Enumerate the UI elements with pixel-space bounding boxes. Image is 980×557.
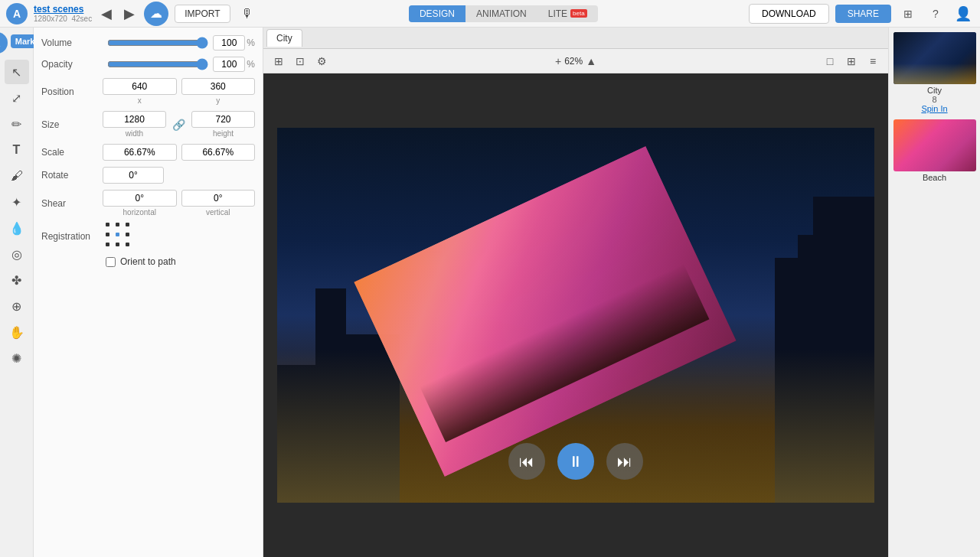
orient-label: Orient to path: [120, 256, 176, 267]
tool-transform[interactable]: ⤢: [5, 86, 29, 110]
reg-dot-tr[interactable]: [126, 223, 129, 226]
size-width-label: width: [126, 129, 143, 138]
nav-forward-button[interactable]: ▶: [121, 4, 138, 24]
size-row: Size width 🔗 height: [41, 111, 255, 138]
left-toolbar: A Market ↖ ⤢ ✏ T 🖌 ✦ 💧 ◎ ✤ ⊕ ✋ ✺: [0, 28, 34, 557]
app-logo[interactable]: A: [6, 3, 28, 24]
reg-dot-br[interactable]: [126, 243, 129, 246]
rotate-input[interactable]: [103, 167, 164, 184]
menu-icon[interactable]: ≡: [864, 52, 882, 70]
logo-small: A: [0, 32, 8, 54]
volume-label: Volume: [41, 37, 103, 48]
scale-x-input[interactable]: [103, 144, 177, 161]
tool-effects[interactable]: ✦: [5, 190, 29, 214]
volume-row: Volume %: [41, 35, 255, 50]
position-row: Position x y: [41, 78, 255, 105]
orient-row: Orient to path: [106, 256, 255, 267]
mic-icon[interactable]: 🎙: [237, 3, 258, 24]
next-button[interactable]: ⏭: [606, 443, 643, 480]
registration-grid: [106, 223, 133, 250]
volume-slider[interactable]: [107, 37, 208, 49]
help-icon[interactable]: ?: [925, 3, 946, 24]
tool-pan[interactable]: ✋: [5, 320, 29, 344]
tab-animation[interactable]: ANIMATION: [466, 5, 537, 22]
reg-dot-tl[interactable]: [106, 223, 109, 226]
tool-select[interactable]: ↖: [5, 60, 29, 84]
scene-city-number: 8: [893, 95, 975, 104]
tool-shapes[interactable]: ◎: [5, 242, 29, 266]
canvas-tab-city[interactable]: City: [266, 29, 302, 47]
canvas-settings-icon[interactable]: ⚙: [312, 52, 331, 70]
reg-dot-bl[interactable]: [106, 243, 109, 246]
canvas-toolbar: ⊞ ⊡ ⚙ + 62% ▲ □ ⊞ ≡: [263, 49, 888, 73]
prev-button[interactable]: ⏮: [508, 443, 545, 480]
nav-back-button[interactable]: ◀: [98, 4, 115, 24]
upload-button[interactable]: ☁: [144, 2, 168, 26]
volume-input[interactable]: [213, 35, 245, 50]
opacity-input[interactable]: [213, 57, 245, 72]
grid-icon[interactable]: ⊞: [842, 52, 861, 70]
reg-dot-mr[interactable]: [126, 233, 129, 236]
reg-dot-ml[interactable]: [106, 233, 109, 236]
topbar: A test scenes 1280x720 42sec ◀ ▶ ☁ IMPOR…: [0, 0, 980, 28]
scene-beach[interactable]: Beach: [893, 119, 975, 182]
tool-anchor[interactable]: ✤: [5, 268, 29, 292]
tool-draw[interactable]: ✏: [5, 112, 29, 136]
reg-dot-tc[interactable]: [116, 223, 119, 226]
beta-badge: beta: [570, 9, 587, 18]
size-height-wrap: height: [191, 111, 255, 138]
scale-inputs: [103, 144, 255, 161]
tool-warp[interactable]: ✺: [5, 346, 29, 370]
video-background: ⏮ ⏸ ⏭: [277, 128, 874, 503]
frame-icon[interactable]: □: [821, 52, 839, 70]
shear-v-label: vertical: [206, 208, 230, 217]
reg-dot-bc[interactable]: [116, 243, 119, 246]
shear-h-label: horizontal: [123, 208, 156, 217]
project-info: test scenes 1280x720 42sec: [34, 4, 92, 23]
size-width-input[interactable]: [103, 111, 166, 128]
orient-checkbox[interactable]: [106, 257, 116, 267]
tool-eyedropper[interactable]: 💧: [5, 216, 29, 240]
align-left-icon[interactable]: ⊞: [270, 52, 288, 70]
zoom-in-button[interactable]: +: [555, 55, 561, 67]
rotate-row: Rotate: [41, 167, 255, 184]
registration-row: Registration: [41, 223, 255, 250]
registration-label: Registration: [41, 231, 103, 242]
scene-city-link[interactable]: Spin In: [893, 104, 975, 113]
tab-design[interactable]: DESIGN: [409, 5, 466, 22]
tab-lite[interactable]: LITE beta: [537, 5, 598, 22]
scale-x-wrap: [103, 144, 177, 161]
opacity-slider[interactable]: [107, 58, 208, 70]
pause-button[interactable]: ⏸: [557, 443, 594, 480]
share-button[interactable]: SHARE: [835, 5, 891, 23]
position-x-input[interactable]: [103, 78, 177, 95]
scene-city[interactable]: City 8 Spin In: [893, 32, 975, 113]
tool-brush[interactable]: 🖌: [5, 164, 29, 188]
position-inputs: x y: [103, 78, 255, 105]
project-name[interactable]: test scenes: [34, 4, 92, 15]
scale-label: Scale: [41, 147, 103, 158]
shear-horizontal-input[interactable]: [103, 190, 177, 207]
position-x-label: x: [138, 96, 142, 105]
reg-dot-mc[interactable]: [116, 233, 119, 236]
scale-y-input[interactable]: [181, 144, 256, 161]
tool-zoom[interactable]: ⊕: [5, 294, 29, 318]
tool-text[interactable]: T: [5, 138, 29, 162]
download-button[interactable]: DOWNLOAD: [749, 4, 829, 24]
size-height-input[interactable]: [191, 111, 255, 128]
position-x-wrap: x: [103, 78, 177, 105]
size-link-icon[interactable]: 🔗: [172, 119, 185, 131]
shear-vertical-input[interactable]: [181, 190, 256, 207]
layout-icon[interactable]: ⊞: [897, 3, 919, 24]
shear-v-wrap: vertical: [181, 190, 256, 217]
user-avatar[interactable]: 👤: [952, 3, 974, 24]
zoom-out-button[interactable]: ▲: [586, 55, 596, 67]
shear-row: Shear horizontal vertical: [41, 190, 255, 217]
align-center-icon[interactable]: ⊡: [291, 52, 309, 70]
shear-label: Shear: [41, 198, 103, 209]
import-button[interactable]: IMPORT: [175, 5, 230, 23]
size-width-wrap: width: [103, 111, 166, 138]
position-y-input[interactable]: [181, 78, 256, 95]
rotate-label: Rotate: [41, 170, 103, 181]
main-area: A Market ↖ ⤢ ✏ T 🖌 ✦ 💧 ◎ ✤ ⊕ ✋ ✺ Volume …: [0, 28, 980, 557]
